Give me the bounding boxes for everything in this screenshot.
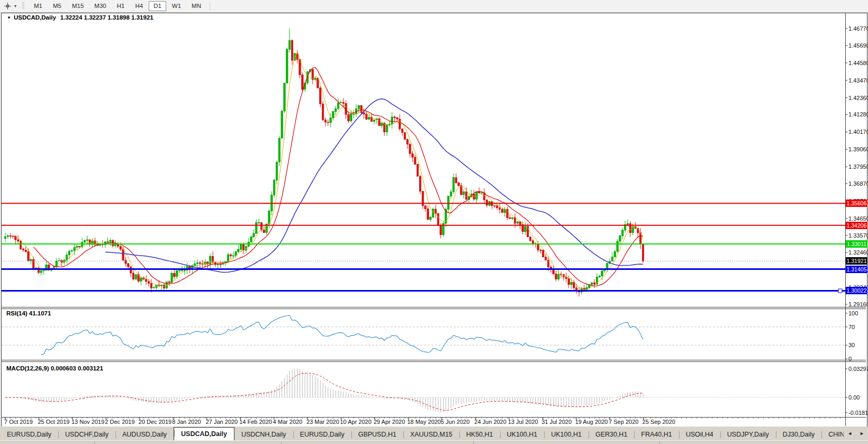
chart-tab-usdjpy-daily[interactable]: USDJPY,Daily [720, 429, 776, 440]
strip-separator [473, 441, 474, 444]
chart-tab-ger30-h1[interactable]: GER30,H1 [589, 429, 634, 440]
chart-area[interactable] [1, 13, 867, 427]
chart-tab-fra40-h1[interactable]: FRA40,H1 [634, 429, 679, 440]
toolbar-grip[interactable] [22, 2, 24, 10]
price-tag-1.31405[interactable]: 1.31405 [846, 266, 867, 273]
chart-tabs: EURUSD,DailyUSDCHF,DailyAUDUSD,DailyUSDC… [0, 427, 844, 440]
tab-scroll-arrows: ◄ ► [844, 427, 868, 440]
chart-title: ▼USDCAD,Daily1.32224 1.32237 1.31898 1.3… [7, 14, 153, 21]
tabs-scroll-left-button[interactable]: ◄ [846, 430, 854, 437]
chart-tab-usoil-h4[interactable]: USOil,H4 [679, 429, 720, 440]
chart-tab-audusd-daily[interactable]: AUDUSD,Daily [115, 429, 174, 440]
tool-dropdown-arrow[interactable]: ▾ [13, 4, 18, 8]
timeframe-button-h4[interactable]: H4 [130, 1, 148, 11]
chart-tab-usdcnh-daily[interactable]: USDCNH,Daily [234, 429, 293, 440]
chart-tab-uk100-h1[interactable]: UK100,H1 [544, 429, 589, 440]
price-tag-1.31921[interactable]: 1.31921 [846, 257, 867, 265]
chart-tab-gbpusd-h1[interactable]: GBPUSD,H1 [351, 429, 403, 440]
chart-symbol-period: USDCAD,Daily [14, 14, 56, 21]
chart-tab-uk100-h1[interactable]: UK100,H1 [500, 429, 545, 440]
collapse-triangle-icon[interactable]: ▼ [7, 15, 11, 20]
rsi-indicator-label: RSI(14) 41.1071 [6, 310, 51, 316]
chart-tab-eurusd-daily[interactable]: EURUSD,Daily [0, 429, 58, 440]
strip-separator [94, 441, 95, 444]
chart-ohlc-values: 1.32224 1.32237 1.31898 1.31921 [60, 14, 153, 21]
crosshair-icon[interactable] [2, 2, 13, 11]
strip-separator [659, 441, 660, 444]
price-tag-1.30022[interactable]: 1.30022 [846, 287, 867, 294]
top-toolbar: ▾ M1M5M15M30H1H4D1W1MN [0, 0, 868, 13]
chart-tab-xauusd-m15[interactable]: XAUUSD,M15 [403, 429, 459, 440]
chart-tab-dj30-daily[interactable]: DJ30,Daily [776, 429, 821, 440]
chart-tab-hk50-h1[interactable]: HK50,H1 [459, 429, 500, 440]
price-tag-1.33011[interactable]: 1.33011 [846, 240, 867, 248]
toolbar-separator [210, 2, 210, 11]
chart-tab-eurusd-daily[interactable]: EURUSD,Daily [293, 429, 351, 440]
timeframe-button-h1[interactable]: H1 [112, 1, 130, 11]
macd-indicator-label: MACD(12,26,9) 0.000603 0.003121 [6, 365, 103, 371]
price-tag-1.35606[interactable]: 1.35606 [846, 200, 867, 207]
timeframe-button-m5[interactable]: M5 [48, 1, 66, 11]
timeframe-button-d1[interactable]: D1 [149, 1, 166, 11]
bottom-strip [0, 440, 868, 444]
price-tag-1.34206[interactable]: 1.34206 [846, 222, 867, 229]
timeframe-button-m15[interactable]: M15 [67, 1, 88, 11]
strip-separator [281, 441, 282, 444]
chart-tab-usdchf-daily[interactable]: USDCHF,Daily [58, 429, 115, 440]
chart-tabs-bar: EURUSD,DailyUSDCHF,DailyAUDUSD,DailyUSDC… [0, 427, 868, 440]
timeframe-button-m30[interactable]: M30 [89, 1, 111, 11]
tabs-scroll-right-button[interactable]: ► [858, 430, 866, 437]
timeframe-buttons: M1M5M15M30H1H4D1W1MN [29, 1, 206, 11]
timeframe-button-mn[interactable]: MN [187, 1, 206, 11]
timeframe-button-w1[interactable]: W1 [167, 1, 186, 11]
chart-tab-usdcad-daily[interactable]: USDCAD,Daily [174, 427, 234, 440]
chart-tab-china300-h1[interactable]: CHINA300,H1 [821, 429, 844, 440]
crosshair-glyph [4, 2, 12, 10]
timeframe-button-m1[interactable]: M1 [29, 1, 47, 11]
